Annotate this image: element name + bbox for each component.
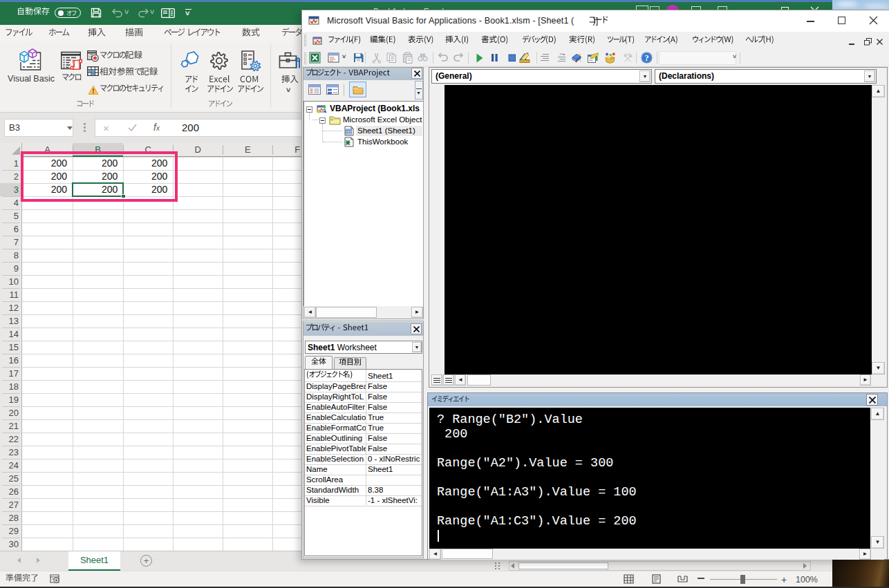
svg-text:?: ? <box>644 53 648 63</box>
